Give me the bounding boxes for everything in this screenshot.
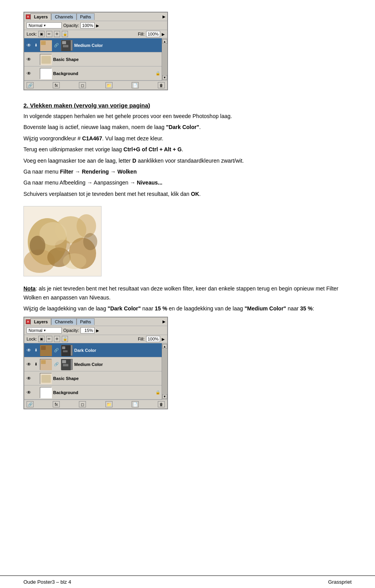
panel2-opacity-arrow[interactable]: ▶: [96, 328, 99, 333]
paragraph8-ok: OK: [191, 191, 199, 197]
svg-point-17: [63, 253, 86, 269]
panel2-opacity-label: Opacity:: [63, 328, 79, 333]
panel1-lock-btn-checkerboard[interactable]: ▣: [38, 31, 45, 37]
panel1-opacity-label: Opacity:: [63, 23, 79, 28]
panel2-layer-medium-color-eye[interactable]: 👁: [26, 361, 32, 368]
panel1-lock-row: Lock: ▣ ✏ ✛ 🔒 Fill: 100% ▶: [24, 30, 167, 38]
panel2-fill-label: Fill:: [138, 337, 145, 341]
svg-rect-31: [41, 375, 51, 383]
panel2-scroll-down[interactable]: ▼: [162, 394, 167, 399]
svg-rect-6: [41, 56, 51, 64]
panel2-layer-medium-color-name: Medium Color: [74, 362, 103, 367]
panel2-layer-medium-color[interactable]: 👁 ⬇ 🔗: [24, 357, 162, 371]
panel1-close-btn[interactable]: ✕: [26, 14, 30, 19]
panel2-lock-label: Lock:: [27, 337, 37, 341]
svg-rect-7: [40, 68, 52, 79]
panel2-tab-paths[interactable]: Paths: [77, 318, 95, 325]
panel2-layer-medium-color-chain: ⬇: [34, 361, 38, 368]
panel2-layer-background[interactable]: 👁 Background 🔒: [24, 385, 162, 400]
panel2-blend-mode-dropdown[interactable]: Normal ▼: [27, 327, 62, 333]
paragraph6-wolken: Wolken: [117, 169, 137, 175]
panel1-delete-btn[interactable]: 🗑: [158, 82, 165, 88]
panel1-layer-background-thumb: [40, 68, 52, 79]
paragraph3-color-code: C1A467: [82, 135, 102, 142]
panel2-lock-btn-brush[interactable]: ✏: [46, 336, 52, 342]
panel2-fill-input[interactable]: 100%: [146, 336, 160, 342]
panel1-fill-input[interactable]: 100%: [146, 31, 160, 37]
panel1-scroll-down[interactable]: ▼: [162, 75, 167, 80]
panel2-layer-dark-color-thumb: [40, 345, 52, 356]
dark-color-15: 15 %: [155, 305, 167, 312]
panel1-blend-mode-dropdown[interactable]: Normal ▼: [27, 22, 62, 29]
panel2-layer-medium-color-mask: [61, 359, 73, 370]
photoshop-panel-1: ✕ Layers Channels Paths ▶ Normal ▼ Opaci…: [23, 12, 168, 90]
svg-rect-26: [41, 360, 46, 364]
panel1-layer-background-eye[interactable]: 👁: [26, 70, 32, 77]
panel2-mask-btn[interactable]: ◻: [79, 401, 86, 407]
panel1-layer-medium-color[interactable]: 👁 ⬇ 🔗: [24, 38, 162, 52]
panel2-close-btn[interactable]: ✕: [26, 319, 30, 324]
panel2-delete-btn[interactable]: 🗑: [158, 401, 165, 407]
panel1-layer-basic-shape[interactable]: 👁 Basic Shape: [24, 52, 162, 66]
medium-color-35: 35 %: [300, 305, 312, 312]
panel1-folder-btn[interactable]: 📁: [105, 82, 112, 88]
panel1-layer-background[interactable]: 👁 Background 🔒: [24, 66, 162, 81]
panel2-fill-arrow[interactable]: ▶: [162, 337, 165, 341]
panel1-menu-icon[interactable]: ▶: [162, 14, 166, 19]
panel1-new-btn[interactable]: 📄: [132, 82, 139, 88]
panel1-scrollbar[interactable]: ▲ ▼: [162, 38, 167, 81]
panel2-link-btn[interactable]: 🔗: [27, 401, 34, 407]
panel1-blend-mode-value: Normal: [29, 23, 42, 28]
svg-rect-3: [62, 41, 66, 44]
panel2-menu-icon[interactable]: ▶: [162, 319, 166, 324]
panel2-layer-background-eye[interactable]: 👁: [26, 389, 32, 396]
svg-point-19: [83, 233, 97, 250]
panel1-fx-btn[interactable]: fx: [53, 82, 60, 88]
paragraph3: Wijzig voorgrondkleur # C1A467. Vul laag…: [23, 134, 352, 143]
paragraph4-shortcut: Ctrl+G of Ctrl + Alt + G: [123, 146, 182, 152]
panel2-tab-channels[interactable]: Channels: [51, 318, 76, 325]
panel1-lock-btn-lock[interactable]: 🔒: [62, 31, 68, 37]
panel1-tab-paths[interactable]: Paths: [77, 13, 95, 20]
panel1-layer-medium-color-chain2: 🔗: [54, 43, 59, 47]
panel2-folder-btn[interactable]: 📁: [105, 401, 112, 407]
panel1-fill-arrow[interactable]: ▶: [162, 32, 165, 36]
panel2-layer-basic-shape[interactable]: 👁 Basic Shape: [24, 371, 162, 385]
panel2-lock-btn-lock[interactable]: 🔒: [62, 336, 68, 342]
svg-rect-23: [62, 346, 65, 349]
panel2-layer-dark-color-eye[interactable]: 👁: [26, 347, 32, 353]
panel1-mask-btn[interactable]: ◻: [79, 82, 86, 88]
panel2-layer-basic-shape-eye[interactable]: 👁: [26, 375, 32, 382]
panel2-lock-btn-move[interactable]: ✛: [54, 336, 60, 342]
panel1-layer-basic-shape-eye[interactable]: 👁: [26, 56, 32, 63]
panel1-tab-channels[interactable]: Channels: [51, 13, 76, 20]
panel1-layers-container: 👁 ⬇ 🔗: [24, 38, 167, 81]
panel1-layer-background-spacer: [34, 70, 38, 77]
panel2-lock-btn-checkerboard[interactable]: ▣: [38, 336, 45, 342]
panel1-lock-btn-brush[interactable]: ✏: [46, 31, 52, 37]
panel1-layers-list: 👁 ⬇ 🔗: [24, 38, 162, 81]
panel1-scroll-up[interactable]: ▲: [162, 39, 167, 44]
page-footer: Oude Poster3 – blz 4 Grasspriet: [0, 575, 375, 588]
panel2-layer-basic-shape-thumb: [40, 373, 52, 384]
panel2-scroll-up[interactable]: ▲: [162, 344, 167, 349]
panel1-opacity-arrow[interactable]: ▶: [96, 23, 99, 28]
panel2-tab-layers[interactable]: Layers: [30, 318, 51, 325]
panel1-layer-medium-color-thumb: [40, 40, 52, 51]
panel2-layer-medium-color-thumb: [40, 359, 52, 370]
panel1-opacity-input[interactable]: 100%: [80, 22, 95, 29]
panel1-lock-btn-move[interactable]: ✛: [54, 31, 60, 37]
nota-paragraph: Nota: als je niet tevreden bent met het …: [23, 284, 352, 302]
panel2-new-btn[interactable]: 📄: [132, 401, 139, 407]
panel2-fx-btn[interactable]: fx: [53, 401, 60, 407]
paragraph5: Voeg een laagmasker toe aan de laag, let…: [23, 156, 352, 165]
panel1-layer-medium-color-name: Medium Color: [74, 43, 103, 48]
panel2-opacity-input[interactable]: 15%: [80, 327, 95, 333]
panel1-link-btn[interactable]: 🔗: [27, 82, 34, 88]
panel2-scrollbar[interactable]: ▲ ▼: [162, 343, 167, 400]
paragraph6-rendering: Rendering: [82, 169, 109, 175]
panel2-layer-dark-color[interactable]: 👁 ⬇ 🔗: [24, 343, 162, 357]
panel1-tab-layers[interactable]: Layers: [30, 13, 51, 20]
nota-text: : als je niet tevreden bent met het resu…: [23, 285, 338, 300]
panel1-layer-medium-color-eye[interactable]: 👁: [26, 42, 32, 48]
